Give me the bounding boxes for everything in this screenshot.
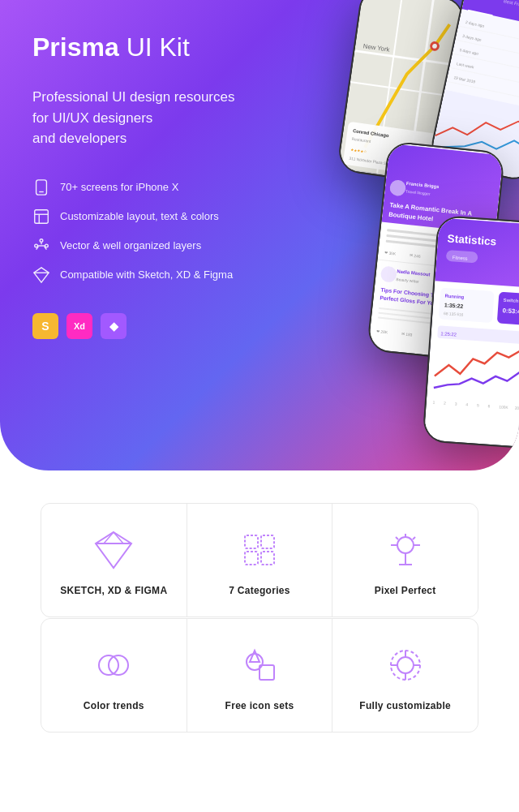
feature-label-custom: Fully customizable	[359, 700, 451, 711]
svg-marker-109	[250, 651, 260, 662]
stats-screen: Statistics Fitness Running 1:35:22 68 13…	[424, 217, 519, 449]
feature-label-categories: 7 Categories	[229, 585, 290, 596]
white-section: SKETCH, XD & FIGMA 7 Categories	[0, 470, 519, 749]
brand-name: Prisma	[32, 32, 119, 62]
feature-label-pixel: Pixel Perfect	[375, 585, 436, 596]
hero-content: Prisma UI Kit Professional UI design res…	[32, 32, 234, 339]
svg-line-104	[413, 537, 415, 539]
feature-label-color: Color trends	[84, 700, 144, 711]
diamond-icon-large	[92, 529, 135, 571]
feature-card-custom: Fully customizable	[332, 619, 478, 732]
xd-logo: Xd	[66, 313, 92, 339]
tool-logos: S Xd ◆	[32, 313, 234, 339]
feature-card-categories: 7 Categories	[187, 504, 332, 617]
feature-screens: 70+ screens for iPhone X	[32, 178, 234, 196]
svg-marker-89	[96, 532, 131, 568]
feature-compat: Compatible with Sketch, XD & Figma	[32, 266, 234, 284]
feature-card-pixel: Pixel Perfect	[332, 504, 478, 617]
svg-point-5	[35, 244, 38, 247]
svg-point-6	[45, 244, 49, 247]
svg-rect-96	[261, 552, 274, 565]
title-rest: UI Kit	[119, 32, 190, 62]
free-icons-icon-wrap	[238, 643, 281, 687]
pixel-icon	[384, 529, 427, 571]
categories-icon-wrap	[238, 528, 281, 572]
stats-visual: Statistics Fitness Running 1:35:22 68 13…	[424, 217, 519, 449]
diamond-icon-wrap	[92, 528, 135, 572]
svg-text:200K: 200K	[515, 406, 519, 411]
svg-rect-94	[261, 535, 274, 548]
hero-subtitle: Professional UI design resources for UI/…	[32, 87, 234, 149]
customizable-icon	[384, 644, 427, 686]
svg-rect-93	[245, 535, 258, 548]
feature-layout: Customizable layout, text & colors	[32, 208, 234, 226]
color-trends-icon	[92, 644, 135, 686]
svg-text:100K: 100K	[499, 405, 508, 410]
svg-point-111	[397, 657, 414, 673]
feature-vector: Vector & well organized layers	[32, 237, 234, 255]
hero-section: Prisma UI Kit Professional UI design res…	[0, 0, 519, 470]
svg-point-7	[40, 238, 43, 242]
custom-icon-wrap	[384, 643, 427, 687]
svg-rect-2	[35, 209, 49, 223]
figma-logo: ◆	[101, 313, 127, 339]
feature-card-icons: Free icon sets	[187, 619, 332, 732]
vector-icon	[32, 237, 50, 255]
features-grid-2: Color trends Free icon sets	[41, 618, 478, 733]
hero-title: Prisma UI Kit	[32, 32, 234, 62]
svg-rect-95	[245, 552, 258, 565]
feature-card-color: Color trends	[41, 619, 187, 732]
phones-container: New York Conrad Chicago Restaurant ★★★★☆…	[235, 0, 519, 470]
free-icons-icon	[238, 644, 281, 686]
categories-icon	[238, 529, 281, 571]
sketch-logo: S	[32, 313, 58, 339]
phone-stats: Statistics Fitness Running 1:35:22 68 13…	[422, 215, 519, 450]
features-list: 70+ screens for iPhone X Customizable la…	[32, 178, 234, 284]
diamond-icon-small	[32, 266, 50, 284]
svg-line-103	[396, 537, 398, 539]
svg-point-97	[397, 537, 414, 553]
features-grid-1: SKETCH, XD & FIGMA 7 Categories	[41, 503, 478, 617]
feature-label-icons: Free icon sets	[225, 700, 294, 711]
color-icon-wrap	[92, 643, 135, 687]
phone-icon	[32, 178, 50, 196]
feature-card-sketch: SKETCH, XD & FIGMA	[41, 504, 187, 617]
svg-rect-0	[36, 179, 47, 194]
feature-label-sketch: SKETCH, XD & FIGMA	[60, 585, 167, 596]
pixel-icon-wrap	[384, 528, 427, 572]
layout-icon	[32, 208, 50, 226]
